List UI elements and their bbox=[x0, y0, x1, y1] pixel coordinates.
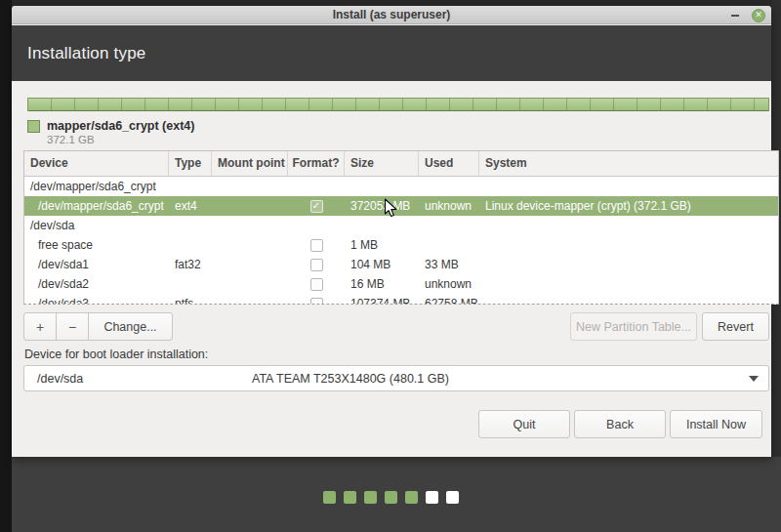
cell-size: 372053 MB bbox=[345, 196, 419, 216]
cell-type bbox=[169, 216, 212, 235]
cell-type: fat32 bbox=[169, 255, 212, 274]
cell-format bbox=[288, 294, 345, 305]
mouse-cursor bbox=[384, 198, 398, 219]
cell-used: unknown bbox=[419, 274, 479, 294]
legend-swatch bbox=[27, 120, 40, 133]
cell-type: ntfs bbox=[169, 294, 212, 305]
new-partition-table-button[interactable]: New Partition Table... bbox=[570, 312, 697, 341]
partition-bar bbox=[27, 98, 769, 111]
table-row[interactable]: /dev/sda216 MBunknown bbox=[24, 274, 778, 294]
cell-type bbox=[169, 274, 212, 294]
legend-size: 372.1 GB bbox=[47, 134, 194, 146]
minimize-icon bbox=[731, 15, 739, 17]
progress-square bbox=[364, 491, 377, 504]
cell-size: 16 MB bbox=[345, 274, 419, 294]
partition-edit-buttons: + − Change... bbox=[23, 312, 173, 341]
cell-device: /dev/sda bbox=[24, 216, 169, 235]
progress-square bbox=[426, 491, 438, 504]
cell-size bbox=[345, 216, 419, 235]
installer-window: Install (as superuser) ✕ Installation ty… bbox=[12, 6, 771, 457]
cell-system bbox=[479, 177, 778, 196]
cell-size bbox=[345, 177, 419, 196]
close-button[interactable]: ✕ bbox=[752, 9, 765, 22]
cell-mount-point bbox=[212, 196, 288, 216]
cell-format bbox=[288, 255, 345, 274]
table-row[interactable]: free space1 MB bbox=[24, 235, 778, 255]
window-titlebar[interactable]: Install (as superuser) ✕ bbox=[12, 6, 771, 24]
cell-mount-point bbox=[212, 294, 288, 305]
window-title: Install (as superuser) bbox=[12, 6, 771, 24]
column-header-format-[interactable]: Format? bbox=[288, 151, 345, 176]
column-header-type[interactable]: Type bbox=[169, 151, 212, 176]
cell-format bbox=[288, 177, 345, 196]
partition-table-header: DeviceTypeMount pointFormat?SizeUsedSyst… bbox=[24, 151, 778, 177]
cell-used: 62758 MB bbox=[419, 294, 479, 305]
back-button[interactable]: Back bbox=[574, 410, 666, 438]
cell-mount-point bbox=[212, 177, 288, 196]
cell-format bbox=[288, 216, 345, 235]
cell-system bbox=[479, 294, 778, 305]
cell-mount-point bbox=[212, 216, 288, 235]
progress-square bbox=[446, 491, 459, 504]
column-header-device[interactable]: Device bbox=[24, 151, 169, 176]
format-checkbox[interactable] bbox=[310, 239, 323, 252]
remove-partition-button[interactable]: − bbox=[56, 312, 89, 341]
cell-system bbox=[479, 274, 778, 294]
cell-type bbox=[169, 235, 212, 255]
column-header-mount-point[interactable]: Mount point bbox=[212, 151, 288, 176]
table-row[interactable]: /dev/sda3ntfs107374 MB62758 MB bbox=[24, 294, 778, 305]
cell-device: /dev/mapper/sda6_crypt bbox=[24, 177, 169, 196]
cell-mount-point bbox=[212, 235, 288, 255]
format-checkbox[interactable] bbox=[310, 259, 323, 271]
install-now-button[interactable]: Install Now bbox=[670, 410, 762, 438]
cell-format bbox=[288, 235, 345, 255]
column-header-used[interactable]: Used bbox=[419, 151, 479, 176]
progress-indicator bbox=[0, 491, 781, 504]
cell-system bbox=[479, 255, 778, 274]
cell-size: 1 MB bbox=[345, 235, 419, 255]
cell-mount-point bbox=[212, 255, 288, 274]
cell-type: ext4 bbox=[169, 196, 212, 216]
minimize-button[interactable] bbox=[730, 6, 740, 24]
cell-device: /dev/sda1 bbox=[24, 255, 169, 274]
cell-device: /dev/mapper/sda6_crypt bbox=[24, 196, 169, 216]
cell-used: 33 MB bbox=[419, 255, 479, 274]
table-row[interactable]: /dev/mapper/sda6_crypt bbox=[24, 177, 778, 196]
progress-square bbox=[344, 491, 356, 504]
cell-used bbox=[419, 216, 479, 235]
legend-label: mapper/sda6_crypt (ext4) bbox=[47, 118, 194, 134]
quit-button[interactable]: Quit bbox=[478, 410, 570, 438]
progress-square bbox=[385, 491, 397, 504]
column-header-system[interactable]: System bbox=[479, 151, 778, 176]
page-title: Installation type bbox=[12, 44, 146, 63]
revert-button[interactable]: Revert bbox=[702, 312, 769, 341]
bootloader-description: ATA TEAM T253X1480G (480.1 GB) bbox=[252, 372, 749, 386]
close-icon: ✕ bbox=[755, 11, 762, 20]
change-partition-button[interactable]: Change... bbox=[88, 312, 173, 341]
cell-device: /dev/sda3 bbox=[24, 294, 169, 305]
cell-type bbox=[169, 177, 212, 196]
cell-format bbox=[288, 274, 345, 294]
progress-square bbox=[405, 491, 418, 504]
bootloader-label: Device for boot loader installation: bbox=[24, 348, 208, 361]
table-row[interactable]: /dev/sda bbox=[24, 216, 778, 235]
format-checkbox[interactable] bbox=[310, 298, 323, 306]
format-checkbox[interactable] bbox=[310, 278, 323, 291]
cell-device: /dev/sda2 bbox=[24, 274, 169, 294]
add-partition-button[interactable]: + bbox=[23, 312, 57, 341]
progress-square bbox=[323, 491, 336, 504]
format-checkbox[interactable]: ✓ bbox=[310, 200, 323, 213]
partition-table-body: /dev/mapper/sda6_crypt/dev/mapper/sda6_c… bbox=[24, 177, 778, 305]
cell-system bbox=[479, 235, 778, 255]
partition-legend: mapper/sda6_crypt (ext4) 372.1 GB bbox=[27, 118, 194, 146]
column-header-size[interactable]: Size bbox=[345, 151, 419, 176]
partition-table[interactable]: DeviceTypeMount pointFormat?SizeUsedSyst… bbox=[23, 150, 779, 305]
table-row[interactable]: /dev/mapper/sda6_cryptext4✓372053 MBunkn… bbox=[24, 196, 778, 216]
cell-format: ✓ bbox=[288, 196, 345, 216]
table-row[interactable]: /dev/sda1fat32104 MB33 MB bbox=[24, 255, 778, 274]
cell-used bbox=[419, 177, 479, 196]
cell-used: unknown bbox=[419, 196, 479, 216]
chevron-down-icon bbox=[749, 376, 759, 382]
bootloader-select[interactable]: /dev/sda ATA TEAM T253X1480G (480.1 GB) bbox=[23, 365, 769, 391]
cell-size: 104 MB bbox=[345, 255, 419, 274]
